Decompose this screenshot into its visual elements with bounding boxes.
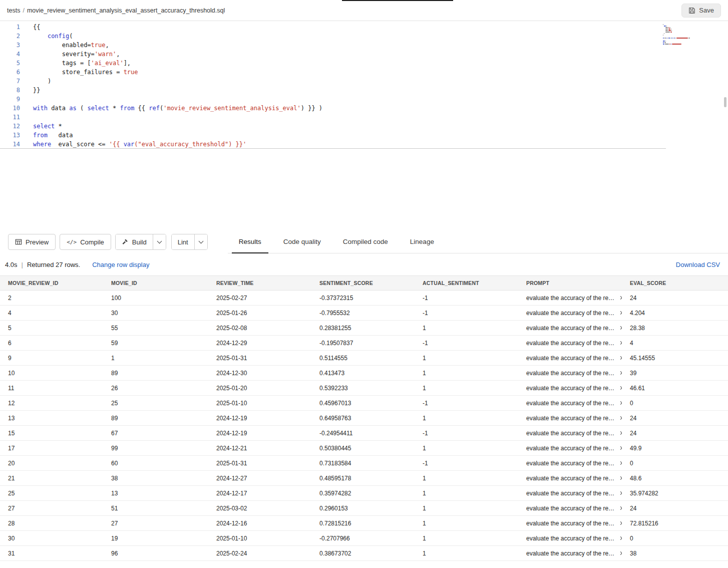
cell-eval-score: 39 (622, 366, 728, 380)
table-row: 21002025-02-27-0.37372315-1evaluate the … (0, 291, 728, 306)
column-header-sentiment-score: SENTIMENT_SCORE (311, 276, 415, 290)
code-line: 11 (0, 113, 666, 122)
save-button-label: Save (699, 7, 714, 14)
breadcrumb-root[interactable]: tests (7, 7, 20, 14)
line-number: 8 (0, 86, 20, 95)
cell-sentiment-score: -0.37372315 (311, 291, 415, 305)
cell-actual-sentiment: -1 (415, 396, 518, 410)
code-line: 13from data (0, 131, 666, 140)
cell-movie-id: 96 (103, 546, 208, 560)
cell-prompt: evaluate the accuracy of the res... (518, 546, 622, 560)
cell-actual-sentiment: 1 (415, 441, 518, 455)
download-csv-link[interactable]: Download CSV (676, 261, 723, 268)
returned-rows-text: Returned 27 rows. (27, 261, 80, 268)
cell-actual-sentiment: 1 (415, 546, 518, 560)
cell-movie-review-id: 12 (0, 396, 103, 410)
code-editor[interactable]: 1{{2 config(3 enabled=true,4 severity='w… (0, 21, 728, 230)
table-row: 11262025-01-200.53922331evaluate the acc… (0, 381, 728, 396)
code-text: tags = ['ai_eval'], (20, 59, 131, 68)
cell-review-time: 2025-01-20 (208, 381, 311, 395)
lint-button-label: Lint (178, 238, 188, 246)
line-number: 4 (0, 50, 20, 59)
tab-code-quality[interactable]: Code quality (272, 230, 332, 253)
chevron-down-icon (198, 239, 203, 244)
cell-prompt: evaluate the accuracy of the res... (518, 396, 622, 410)
cell-eval-score: 46.61 (622, 381, 728, 395)
cell-review-time: 2024-12-27 (208, 471, 311, 485)
cell-sentiment-score: 0.28381255 (311, 321, 415, 335)
button-group: Preview </> Compile Build (8, 230, 213, 253)
cell-eval-score: 4 (622, 336, 728, 350)
cell-review-time: 2025-01-26 (208, 306, 311, 320)
code-text: select * (20, 122, 62, 131)
cell-prompt: evaluate the accuracy of the res... (518, 501, 622, 515)
cell-movie-review-id: 11 (0, 381, 103, 395)
cell-movie-id: 19 (103, 531, 208, 545)
build-dropdown-button[interactable] (153, 234, 166, 249)
tab-results[interactable]: Results (228, 230, 272, 253)
lint-button[interactable]: Lint (172, 234, 194, 249)
cell-review-time: 2024-12-19 (208, 426, 311, 440)
table-row: 15672024-12-19-0.24954411-1evaluate the … (0, 426, 728, 441)
cell-movie-review-id: 5 (0, 321, 103, 335)
build-button[interactable]: Build (116, 234, 153, 249)
cell-prompt: evaluate the accuracy of the res... (518, 351, 622, 365)
code-line: 10with data as ( select * from {{ ref('m… (0, 104, 666, 113)
code-line: 14where eval_score <= '{{ var("eval_accu… (0, 140, 666, 149)
cell-review-time: 2024-12-19 (208, 411, 311, 425)
cell-prompt: evaluate the accuracy of the res... (518, 411, 622, 425)
cell-eval-score: 24 (622, 411, 728, 425)
cell-review-time: 2025-01-10 (208, 396, 311, 410)
table-row: 4302025-01-26-0.7955532-1evaluate the ac… (0, 306, 728, 321)
cell-movie-review-id: 27 (0, 501, 103, 515)
cell-prompt: evaluate the accuracy of the res... (518, 291, 622, 305)
compile-button[interactable]: </> Compile (60, 234, 111, 250)
code-text: config( (20, 32, 73, 41)
cell-movie-review-id: 4 (0, 306, 103, 320)
line-number: 14 (0, 140, 20, 149)
table-row: 6592024-12-29-0.19507837-1evaluate the a… (0, 336, 728, 351)
cell-prompt: evaluate the accuracy of the res... (518, 321, 622, 335)
cell-prompt: evaluate the accuracy of the res... (518, 366, 622, 380)
change-row-display-link[interactable]: Change row display (92, 261, 149, 268)
topbar: tests / movie_review_sentiment_analysis_… (0, 0, 728, 21)
save-button[interactable]: Save (681, 4, 721, 18)
prompt-text: evaluate the accuracy of the res... (526, 490, 616, 497)
tab-lineage[interactable]: Lineage (399, 230, 445, 253)
cell-sentiment-score: 0.50380445 (311, 441, 415, 455)
cell-movie-id: 55 (103, 321, 208, 335)
cell-review-time: 2024-12-21 (208, 441, 311, 455)
column-header-movie-review-id: MOVIE_REVIEW_ID (0, 276, 103, 290)
cell-sentiment-score: -0.2707966 (311, 531, 415, 545)
code-text (20, 95, 33, 104)
cell-sentiment-score: 0.5392233 (311, 381, 415, 395)
table-header-row: MOVIE_REVIEW_ID MOVIE_ID REVIEW_TIME SEN… (0, 275, 728, 291)
cell-movie-review-id: 20 (0, 456, 103, 470)
code-text: with data as ( select * from {{ ref('mov… (20, 104, 322, 113)
cell-sentiment-score: 0.413473 (311, 366, 415, 380)
cell-actual-sentiment: 1 (415, 366, 518, 380)
tab-compiled-code[interactable]: Compiled code (332, 230, 399, 253)
prompt-text: evaluate the accuracy of the res... (526, 475, 616, 482)
column-header-movie-id: MOVIE_ID (103, 276, 208, 290)
cell-review-time: 2025-01-31 (208, 351, 311, 365)
table-row: 5552025-02-080.283812551evaluate the acc… (0, 321, 728, 336)
lint-dropdown-button[interactable] (194, 234, 207, 249)
cell-movie-id: 27 (103, 516, 208, 530)
table-icon (15, 238, 22, 245)
cell-review-time: 2024-12-17 (208, 486, 311, 500)
code-line: 7 ) (0, 77, 666, 86)
minimap[interactable] (663, 24, 701, 45)
code-line: 3 enabled=true, (0, 41, 666, 50)
breadcrumb-file: movie_review_sentiment_analysis_eval_ass… (27, 7, 225, 14)
preview-button[interactable]: Preview (8, 234, 56, 250)
cell-review-time: 2025-02-27 (208, 291, 311, 305)
editor-scrollbar[interactable] (724, 97, 726, 107)
cell-sentiment-score: 0.35974282 (311, 486, 415, 500)
lint-split-button: Lint (171, 234, 208, 250)
code-text: store_failures = true (20, 68, 138, 77)
prompt-text: evaluate the accuracy of the res... (526, 445, 616, 452)
results-tabs: Results Code quality Compiled code Linea… (228, 230, 728, 253)
build-button-label: Build (132, 238, 147, 246)
cell-eval-score: 48.6 (622, 471, 728, 485)
